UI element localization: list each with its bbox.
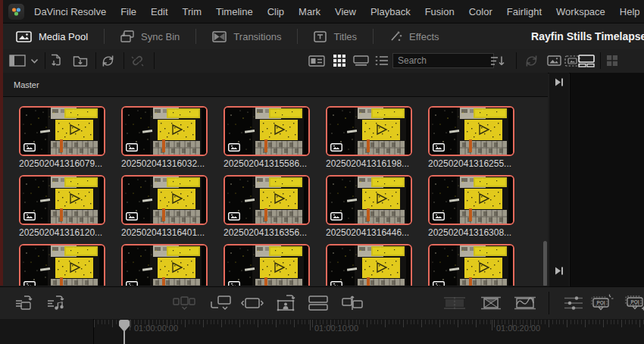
- clip-thumbnail[interactable]: [326, 106, 412, 156]
- media-clip[interactable]: 202502041316120...: [19, 175, 105, 238]
- photo-preview-button[interactable]: [547, 49, 561, 72]
- tab-effects[interactable]: Effects: [374, 23, 455, 49]
- place-on-top-icon[interactable]: [276, 295, 297, 311]
- timeline-ruler-area[interactable]: 01:00:00:00 01:00:10:00 01:00:20:00: [0, 319, 644, 344]
- menu-item[interactable]: View: [335, 6, 356, 17]
- media-clip[interactable]: [19, 244, 105, 286]
- clip-thumbnail[interactable]: [224, 175, 310, 225]
- tab-sync-bin[interactable]: Sync Bin: [105, 23, 195, 49]
- media-clip[interactable]: 202502041316308...: [428, 175, 514, 238]
- menu-item[interactable]: Timeline: [216, 6, 253, 17]
- bin-display-button[interactable]: [9, 49, 26, 72]
- photo-icon: [547, 55, 561, 66]
- scrollbar-thumb[interactable]: [543, 241, 547, 286]
- media-clip[interactable]: [326, 244, 412, 286]
- menu-item[interactable]: File: [120, 6, 136, 17]
- media-clip[interactable]: 202502041316446...: [326, 175, 412, 238]
- menu-item[interactable]: Fairlight: [507, 6, 542, 17]
- append-audio-icon[interactable]: [47, 295, 67, 311]
- tab-media-pool[interactable]: Media Pool: [0, 23, 104, 49]
- media-clip[interactable]: 202502041316032...: [121, 106, 208, 169]
- clip-thumbnail[interactable]: [121, 106, 208, 156]
- import-folder-button[interactable]: [73, 49, 88, 72]
- transition-icon[interactable]: [480, 296, 502, 310]
- menu-item[interactable]: Clip: [267, 6, 284, 17]
- playhead-stem[interactable]: [123, 330, 125, 344]
- media-clip[interactable]: 202502041316255...: [428, 106, 514, 169]
- tab-label: Transitions: [233, 31, 281, 42]
- menu-item[interactable]: Trim: [183, 6, 202, 17]
- tab-transitions[interactable]: Transitions: [196, 23, 297, 49]
- media-clip[interactable]: 202502041316356...: [224, 175, 310, 238]
- clip-thumbnail[interactable]: [326, 244, 412, 286]
- bin-name[interactable]: Master: [14, 80, 39, 89]
- window-edge-strip: [0, 0, 3, 286]
- media-clip[interactable]: [428, 244, 514, 286]
- unlink-button[interactable]: [130, 49, 145, 72]
- filmstrip-view-button[interactable]: [353, 49, 369, 72]
- timeline-ruler[interactable]: 01:00:00:00 01:00:10:00 01:00:20:00: [94, 319, 644, 344]
- sync-button[interactable]: [101, 49, 115, 72]
- edit-toolbar: POI POI: [0, 286, 644, 320]
- strip-view-button[interactable]: [578, 49, 595, 72]
- thumbnail-view-button[interactable]: [333, 49, 346, 72]
- clip-thumbnail[interactable]: [428, 244, 514, 286]
- clip-thumbnail[interactable]: [428, 175, 514, 225]
- still-image-badge-icon: [433, 281, 445, 286]
- menu-item[interactable]: Edit: [151, 6, 167, 17]
- bin-display-dropdown[interactable]: [30, 49, 39, 72]
- clip-thumbnail[interactable]: [121, 175, 208, 225]
- poi-marker-icon[interactable]: POI: [591, 294, 614, 312]
- tools-icon[interactable]: [564, 296, 583, 311]
- viewer-panel: [570, 73, 644, 286]
- overwrite-icon[interactable]: [211, 296, 232, 311]
- group-view-button[interactable]: [606, 49, 618, 72]
- clip-thumbnail[interactable]: [428, 106, 514, 156]
- still-image-badge-icon: [330, 281, 342, 286]
- menu-item[interactable]: Playback: [370, 6, 411, 17]
- append-video-icon[interactable]: [15, 295, 35, 311]
- clip-thumbnail[interactable]: [19, 175, 105, 225]
- refresh-icon: [524, 55, 539, 67]
- skip-to-end-icon[interactable]: [555, 267, 564, 275]
- tab-label: Titles: [333, 31, 357, 42]
- page-toolbar: Media Pool Sync Bin Transitions Titles E…: [0, 23, 644, 50]
- media-clip[interactable]: [224, 244, 310, 286]
- refresh-button[interactable]: [524, 49, 539, 72]
- tab-titles[interactable]: Titles: [298, 23, 373, 49]
- skip-to-end-icon[interactable]: [555, 78, 564, 86]
- media-clip[interactable]: 202502041316198...: [326, 106, 412, 169]
- clip-thumbnail[interactable]: [121, 244, 208, 286]
- sort-button[interactable]: [490, 49, 505, 72]
- smart-insert-icon[interactable]: [173, 296, 195, 311]
- add-poi-icon[interactable]: POI: [624, 294, 644, 312]
- import-media-button[interactable]: [50, 49, 63, 72]
- append-at-end-icon[interactable]: [308, 296, 328, 311]
- menu-item[interactable]: Fusion: [425, 6, 455, 17]
- titles-icon: [314, 31, 327, 42]
- menu-item[interactable]: Mark: [299, 6, 320, 17]
- fit-to-fill-icon[interactable]: [241, 297, 264, 309]
- media-clip[interactable]: 202502041316401...: [121, 175, 208, 238]
- media-clip[interactable]: [121, 244, 208, 286]
- clip-thumbnail[interactable]: [19, 244, 105, 286]
- menu-item[interactable]: Help: [620, 6, 640, 17]
- media-clip[interactable]: 202502041316079...: [19, 106, 105, 169]
- clip-thumbnail[interactable]: [224, 106, 310, 156]
- razor-icon[interactable]: [443, 296, 466, 310]
- media-pool-icon: [16, 31, 32, 42]
- list-view-button[interactable]: [375, 49, 389, 72]
- metadata-view-button[interactable]: [308, 49, 325, 72]
- menu-item[interactable]: Workspace: [556, 6, 605, 17]
- search-input[interactable]: [392, 53, 494, 68]
- smooth-cut-icon[interactable]: [514, 296, 536, 310]
- menu-item[interactable]: Color: [469, 6, 492, 17]
- sync-icon: [101, 55, 115, 67]
- clip-thumbnail[interactable]: [19, 106, 105, 156]
- transitions-icon: [212, 31, 227, 42]
- menu-item[interactable]: DaVinci Resolve: [34, 6, 106, 17]
- source-overwrite-icon[interactable]: [342, 296, 363, 311]
- clip-thumbnail[interactable]: [224, 244, 310, 286]
- media-clip[interactable]: 202502041315586...: [224, 106, 310, 169]
- clip-thumbnail[interactable]: [326, 175, 412, 225]
